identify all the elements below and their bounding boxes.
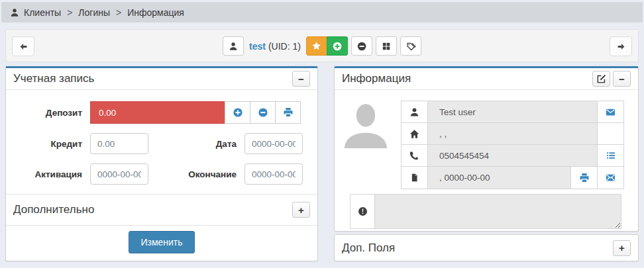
printer-icon xyxy=(283,107,294,118)
extra-fields-title: Доп. Поля xyxy=(342,242,610,255)
breadcrumb-separator: > xyxy=(115,7,123,18)
list-icon xyxy=(606,151,616,160)
deposit-label: Депозит xyxy=(16,108,90,118)
plus-icon: + xyxy=(619,243,625,253)
table-row-phone: 0504545454 xyxy=(402,145,623,167)
arrow-left-icon xyxy=(19,42,28,51)
phone-value: 0504545454 xyxy=(428,145,597,166)
login-name-link[interactable]: test xyxy=(249,41,266,52)
envelope-icon xyxy=(605,107,616,117)
minus-icon: − xyxy=(619,74,625,84)
deposit-input[interactable] xyxy=(90,101,225,124)
expiration-label: Окончание xyxy=(148,169,244,179)
disable-button[interactable] xyxy=(351,36,372,56)
add-login-button[interactable] xyxy=(327,36,348,56)
deposit-subtract-button[interactable] xyxy=(250,101,276,124)
print-document-button[interactable] xyxy=(570,167,597,189)
credit-label: Кредит xyxy=(16,139,90,149)
tags-icon xyxy=(405,41,416,52)
additional-section-title: Дополнительно xyxy=(13,203,290,216)
next-login-button[interactable] xyxy=(610,36,632,56)
deposit-add-button[interactable] xyxy=(225,101,250,124)
favorite-button[interactable] xyxy=(306,36,327,56)
contact-table: Test user , , 0504545454 xyxy=(401,101,624,189)
date-input[interactable] xyxy=(244,133,303,154)
info-panel: Информация − Test user xyxy=(334,66,639,232)
minus-circle-icon xyxy=(356,41,367,52)
exclamation-circle-icon xyxy=(350,194,375,229)
tags-button[interactable] xyxy=(400,36,421,56)
arrow-right-icon xyxy=(616,42,626,51)
name-value: Test user xyxy=(428,101,597,122)
user-silhouette-icon xyxy=(340,101,392,149)
send-mail-button[interactable] xyxy=(597,101,623,122)
phone-icon xyxy=(402,145,428,166)
expiration-input[interactable] xyxy=(244,163,303,185)
star-icon xyxy=(311,41,321,51)
user-profile-button[interactable] xyxy=(223,36,244,56)
expand-extra-fields-button[interactable]: + xyxy=(613,240,631,256)
plus-circle-icon xyxy=(233,107,243,118)
user-icon xyxy=(229,42,238,51)
table-row-name: Test user xyxy=(402,101,623,123)
printer-icon xyxy=(579,173,590,183)
breadcrumb: Клиенты > Логины > Информация xyxy=(1,2,643,22)
edit-info-button[interactable] xyxy=(592,71,610,87)
plus-icon: + xyxy=(298,205,304,215)
activation-label: Активация xyxy=(16,169,90,179)
breadcrumb-separator: > xyxy=(66,7,74,18)
collapse-info-button[interactable]: − xyxy=(613,71,631,87)
account-panel: Учетная запись − Депозит xyxy=(5,66,318,261)
grid-icon xyxy=(382,42,391,51)
table-row-address: , , xyxy=(402,123,623,145)
breadcrumb-item-logins[interactable]: Логины xyxy=(78,7,110,18)
expand-additional-button[interactable]: + xyxy=(292,202,310,218)
user-icon xyxy=(10,8,19,17)
current-login-group: test (UID: 1) xyxy=(223,36,421,56)
activation-input[interactable] xyxy=(90,163,148,185)
document-value: , 0000-00-00 xyxy=(428,167,570,189)
minus-circle-icon xyxy=(258,107,268,118)
user-icon xyxy=(402,101,428,122)
plus-circle-icon xyxy=(332,41,343,52)
prev-login-button[interactable] xyxy=(12,36,34,56)
info-panel-title: Информация xyxy=(342,72,590,85)
edit-icon xyxy=(596,74,606,84)
phone-list-button[interactable] xyxy=(597,145,623,166)
collapse-account-button[interactable]: − xyxy=(292,71,310,87)
credit-input[interactable] xyxy=(90,133,148,154)
login-uid-label: (UID: 1) xyxy=(268,41,301,52)
extra-fields-panel: Доп. Поля + xyxy=(334,234,639,261)
deposit-print-button[interactable] xyxy=(275,101,301,124)
breadcrumb-item-clients[interactable]: Клиенты xyxy=(24,7,61,18)
file-icon xyxy=(402,167,428,189)
mail-document-button[interactable] xyxy=(597,167,623,189)
grid-button[interactable] xyxy=(376,36,397,56)
table-row-document: , 0000-00-00 xyxy=(402,167,623,189)
envelope-x-icon xyxy=(605,173,616,183)
minus-icon: − xyxy=(298,74,304,84)
comment-textarea[interactable] xyxy=(374,194,621,229)
empty-cell xyxy=(597,123,623,144)
breadcrumb-item-information[interactable]: Информация xyxy=(127,7,184,18)
comment-row xyxy=(350,194,638,229)
date-label: Дата xyxy=(148,139,244,149)
login-toolbar: test (UID: 1) xyxy=(5,29,639,62)
account-panel-title: Учетная запись xyxy=(13,72,290,85)
save-button[interactable]: Изменить xyxy=(129,231,194,253)
address-value: , , xyxy=(428,123,597,144)
home-icon xyxy=(402,123,428,144)
